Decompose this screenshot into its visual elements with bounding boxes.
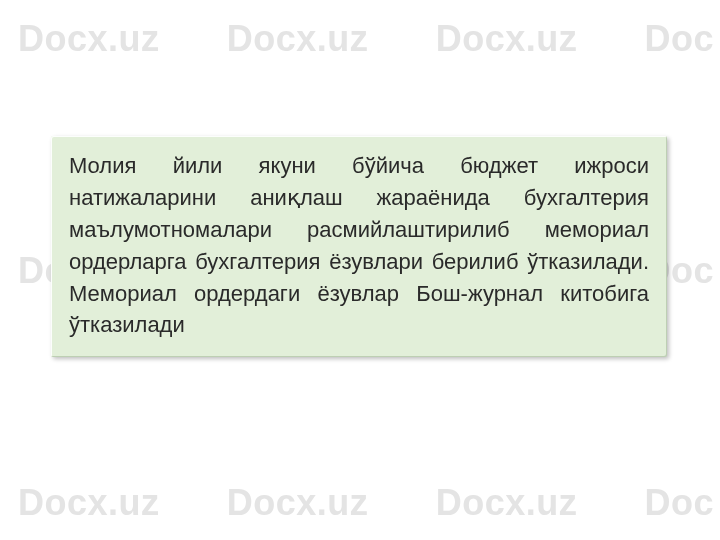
watermark-text: Docx.uz (18, 482, 160, 524)
watermark-text: Docx.uz (436, 18, 578, 60)
content-box: Молия йили якуни бўйича бюджет ижроси на… (51, 136, 667, 357)
slide-page: Docx.uz Docx.uz Docx.uz Doc Docx.uz Docx… (0, 0, 720, 540)
watermark-row-bottom: Docx.uz Docx.uz Docx.uz Doc (0, 482, 720, 524)
watermark-text: Docx.uz (436, 482, 578, 524)
watermark-row-top: Docx.uz Docx.uz Docx.uz Doc (0, 18, 720, 60)
watermark-text: Docx.uz (227, 482, 369, 524)
watermark-text-partial: Doc (644, 482, 714, 524)
watermark-text: Docx.uz (18, 18, 160, 60)
watermark-text: Docx.uz (227, 18, 369, 60)
watermark-text-partial: Doc (644, 18, 714, 60)
content-paragraph: Молия йили якуни бўйича бюджет ижроси на… (69, 150, 649, 341)
